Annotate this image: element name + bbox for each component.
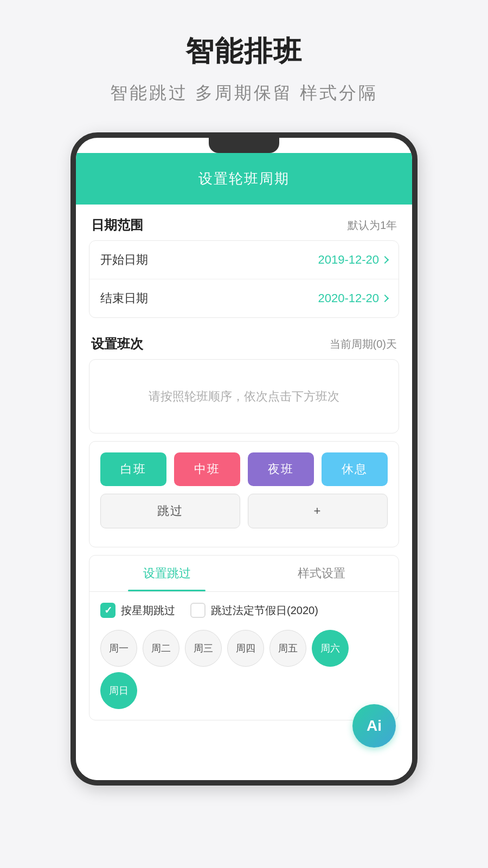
tabs-header: 设置跳过 样式设置 — [89, 556, 399, 592]
date-range-section-header: 日期范围 默认为1年 — [89, 205, 399, 240]
shift-buttons-row1: 白班 中班 夜班 休息 — [100, 452, 388, 486]
checkbox-weekly-skip[interactable]: 按星期跳过 — [100, 603, 175, 618]
checkbox-holiday-box[interactable] — [190, 603, 206, 618]
night-shift-button[interactable]: 夜班 — [248, 452, 314, 486]
shift-buttons-card: 白班 中班 夜班 休息 跳过 + — [89, 441, 399, 547]
page-title: 智能排班 — [185, 33, 303, 71]
day-button-周六[interactable]: 周六 — [312, 630, 349, 667]
phone-bottom-space: Ai — [76, 720, 412, 764]
header-bar: 设置轮班周期 — [76, 153, 412, 205]
date-range-label: 日期范围 — [91, 216, 143, 234]
checkbox-holiday-skip[interactable]: 跳过法定节假日(2020) — [190, 603, 318, 618]
date-range-card: 开始日期 2019-12-20 结束日期 2020-12-20 — [89, 240, 399, 318]
checkbox-row: 按星期跳过 跳过法定节假日(2020) — [100, 603, 388, 618]
start-date-value: 2019-12-20 — [318, 253, 388, 267]
tabs-content: 按星期跳过 跳过法定节假日(2020) 周一周二周三周四周五周六周日 — [89, 592, 399, 720]
shift-period-note: 当前周期(0)天 — [330, 337, 397, 352]
empty-order-card: 请按照轮班顺序，依次点击下方班次 — [89, 359, 399, 433]
start-date-chevron-icon — [381, 256, 389, 264]
ai-badge-button[interactable]: Ai — [352, 704, 396, 748]
end-date-label: 结束日期 — [100, 290, 148, 307]
end-date-row[interactable]: 结束日期 2020-12-20 — [89, 279, 399, 317]
skip-button[interactable]: 跳过 — [100, 494, 240, 528]
page-subtitle: 智能跳过 多周期保留 样式分隔 — [110, 81, 378, 105]
phone-content: 日期范围 默认为1年 开始日期 2019-12-20 结束日期 2020-12-… — [76, 205, 412, 780]
day-button-周五[interactable]: 周五 — [269, 630, 306, 667]
shift-buttons-row2: 跳过 + — [100, 494, 388, 528]
rest-shift-button[interactable]: 休息 — [322, 452, 388, 486]
header-title: 设置轮班周期 — [198, 170, 290, 187]
tabs-card: 设置跳过 样式设置 按星期跳过 跳 — [89, 555, 399, 720]
date-range-note: 默认为1年 — [348, 218, 397, 233]
tab-skip-settings[interactable]: 设置跳过 — [89, 556, 244, 591]
checkbox-holiday-label: 跳过法定节假日(2020) — [211, 603, 318, 618]
day-button-周四[interactable]: 周四 — [227, 630, 264, 667]
phone-frame: 设置轮班周期 日期范围 默认为1年 开始日期 2019-12-20 结束日期 — [70, 132, 418, 786]
white-shift-button[interactable]: 白班 — [100, 452, 166, 486]
day-button-周二[interactable]: 周二 — [143, 630, 179, 667]
day-button-周日[interactable]: 周日 — [100, 672, 137, 709]
days-row: 周一周二周三周四周五周六周日 — [100, 630, 388, 709]
end-date-chevron-icon — [381, 295, 389, 302]
add-shift-button[interactable]: + — [248, 494, 388, 528]
empty-order-hint: 请按照轮班顺序，依次点击下方班次 — [149, 390, 339, 403]
start-date-row[interactable]: 开始日期 2019-12-20 — [89, 241, 399, 279]
start-date-label: 开始日期 — [100, 252, 148, 268]
end-date-value: 2020-12-20 — [318, 291, 388, 305]
day-button-周一[interactable]: 周一 — [100, 630, 137, 667]
mid-shift-button[interactable]: 中班 — [174, 452, 240, 486]
content-body: 日期范围 默认为1年 开始日期 2019-12-20 结束日期 2020-12-… — [76, 205, 412, 720]
checkbox-weekly-box[interactable] — [100, 603, 115, 618]
shift-settings-label: 设置班次 — [91, 335, 143, 353]
checkbox-weekly-label: 按星期跳过 — [121, 603, 175, 618]
tab-style-settings[interactable]: 样式设置 — [244, 556, 399, 591]
shift-section-header: 设置班次 当前周期(0)天 — [89, 323, 399, 359]
day-button-周三[interactable]: 周三 — [185, 630, 222, 667]
